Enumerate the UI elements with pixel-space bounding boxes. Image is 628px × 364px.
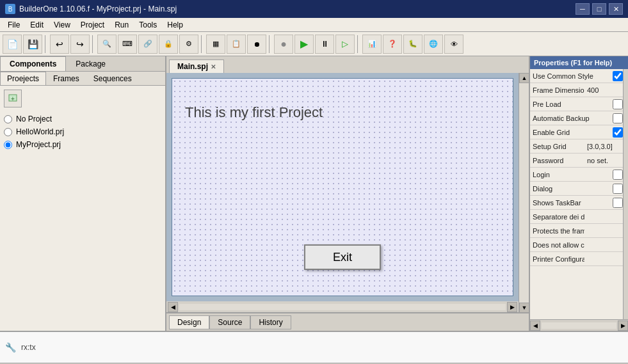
- menu-file[interactable]: File: [3, 19, 25, 31]
- toolbar-browse[interactable]: 🔍: [97, 35, 117, 54]
- prop-checkbox-pre-load[interactable]: [613, 99, 623, 109]
- project-no-project[interactable]: No Project: [4, 113, 161, 125]
- prop-value-printer-config: [584, 258, 623, 260]
- toolbar-monitor[interactable]: 📊: [362, 35, 382, 54]
- radio-helloworld[interactable]: [4, 128, 12, 136]
- canvas-project-text: This is my first Project: [185, 104, 323, 121]
- toolbar-play[interactable]: ▶: [294, 35, 314, 54]
- toolbar-keyboard[interactable]: ⌨: [118, 35, 137, 54]
- left-panel-content: + No Project HelloWorld.prj MyProject.pr…: [0, 86, 165, 331]
- canvas-exit-button[interactable]: Exit: [304, 244, 381, 270]
- prop-scrollbar[interactable]: [623, 69, 628, 319]
- radio-myproject[interactable]: [4, 141, 12, 149]
- menu-view[interactable]: View: [49, 19, 76, 31]
- toolbar-step[interactable]: ▷: [335, 35, 355, 54]
- canvas-inner[interactable]: This is my first Project Exit: [172, 78, 513, 296]
- vscroll-track[interactable]: [519, 83, 529, 303]
- prop-checkbox-dialog[interactable]: [613, 184, 623, 194]
- prop-checkbox-use-common-style[interactable]: [613, 71, 623, 81]
- menu-help[interactable]: Help: [162, 19, 188, 31]
- menu-tools[interactable]: Tools: [134, 19, 162, 31]
- canvas-wrapper[interactable]: This is my first Project Exit: [166, 73, 519, 301]
- prop-checkbox-shows-taskbar[interactable]: [613, 198, 623, 208]
- toolbar-page[interactable]: 📋: [227, 35, 246, 54]
- prop-label-enable-grid: Enable Grid: [530, 128, 613, 137]
- prop-checkbox-enable-grid[interactable]: [613, 127, 623, 138]
- prop-shows-taskbar: Shows TaskBar: [530, 196, 623, 210]
- prop-label-dialog: Dialog: [530, 184, 613, 193]
- editor-tab-main[interactable]: Main.spj ✕: [169, 59, 224, 73]
- prop-use-common-style: Use Common Style: [530, 69, 623, 83]
- toolbar-new[interactable]: 📄: [3, 35, 22, 54]
- prop-pre-load: Pre Load: [530, 97, 623, 111]
- toolbar-settings[interactable]: ⚙: [179, 35, 198, 54]
- main-layout: Components Package Proejects Frames Sequ…: [0, 56, 628, 331]
- toolbar-table[interactable]: ▦: [206, 35, 225, 54]
- toolbar-connect[interactable]: 🔗: [138, 35, 157, 54]
- editor-tab-bar: Main.spj ✕: [166, 56, 529, 73]
- subtab-projects[interactable]: Proejects: [0, 72, 46, 85]
- add-project-button[interactable]: +: [4, 90, 22, 107]
- prop-value-does-not-allow: [584, 244, 623, 246]
- properties-list: Use Common Style Frame Dimension 400 Pre…: [530, 69, 623, 319]
- tab-design[interactable]: Design: [169, 315, 209, 329]
- tab-source[interactable]: Source: [209, 315, 250, 329]
- prop-label-does-not-allow: Does not allow changes: [530, 241, 584, 249]
- toolbar-undo[interactable]: ↩: [50, 35, 69, 54]
- close-button[interactable]: ✕: [609, 3, 623, 15]
- right-scroll-left[interactable]: ◀: [530, 320, 540, 331]
- menu-run[interactable]: Run: [109, 19, 134, 31]
- console-area: 🔧 rx:tx: [0, 331, 628, 363]
- center-bottom-tabs: Design Source History: [166, 313, 529, 331]
- tab-components[interactable]: Components: [0, 56, 66, 71]
- panel-tabs: Components Package: [0, 56, 165, 72]
- project-helloworld[interactable]: HelloWorld.prj: [4, 125, 161, 138]
- maximize-button[interactable]: □: [592, 3, 606, 15]
- toolbar-debug[interactable]: 🐛: [403, 35, 423, 54]
- right-scroll-track[interactable]: [542, 322, 616, 329]
- tab-package[interactable]: Package: [66, 56, 115, 71]
- vscroll-up[interactable]: ▲: [519, 73, 529, 83]
- console-icon: 🔧: [5, 342, 16, 352]
- right-panel: Properties (F1 for Help) Use Common Styl…: [529, 56, 628, 331]
- prop-enable-grid: Enable Grid: [530, 125, 623, 139]
- scroll-left[interactable]: ◀: [168, 302, 178, 312]
- prop-checkbox-login[interactable]: [613, 170, 623, 180]
- tab-history[interactable]: History: [250, 315, 291, 329]
- right-panel-inner: Use Common Style Frame Dimension 400 Pre…: [530, 69, 628, 319]
- editor-tab-label: Main.spj: [177, 62, 208, 71]
- prop-checkbox-automatic-backup[interactable]: [613, 113, 623, 123]
- toolbar-redo[interactable]: ↪: [70, 35, 90, 54]
- prop-label-separatore: Separatore dei decima: [530, 212, 584, 221]
- toolbar-eye[interactable]: 👁: [444, 35, 463, 54]
- prop-separatore: Separatore dei decima: [530, 210, 623, 224]
- scroll-arrow-bar: ◀ ▶: [166, 301, 519, 313]
- add-icon: +: [8, 93, 18, 104]
- prop-login: Login: [530, 168, 623, 182]
- subtab-sequences[interactable]: Sequences: [86, 72, 139, 85]
- prop-label-setup-grid: Setup Grid: [530, 142, 584, 151]
- prop-label-protects-frame: Protects the frame fron: [530, 226, 584, 235]
- toolbar-record[interactable]: ⏺: [247, 35, 266, 54]
- toolbar-lock[interactable]: 🔒: [159, 35, 178, 54]
- toolbar-help-btn[interactable]: ❓: [383, 35, 402, 54]
- vscroll-down[interactable]: ▼: [519, 303, 529, 313]
- prop-label-automatic-backup: Automatic Backup: [530, 114, 613, 123]
- menu-project[interactable]: Project: [76, 19, 109, 31]
- subtab-frames[interactable]: Frames: [46, 72, 86, 85]
- right-scroll-right[interactable]: ▶: [618, 320, 628, 331]
- menu-edit[interactable]: Edit: [25, 19, 49, 31]
- toolbar-stop[interactable]: ●: [274, 35, 293, 54]
- radio-no-project[interactable]: [4, 115, 12, 123]
- project-myproject[interactable]: MyProject.prj: [4, 138, 161, 151]
- editor-tab-close[interactable]: ✕: [211, 63, 216, 70]
- prop-label-shows-taskbar: Shows TaskBar: [530, 198, 613, 207]
- prop-printer-config: Printer Configuration: [530, 252, 623, 266]
- prop-label-login: Login: [530, 170, 613, 179]
- minimize-button[interactable]: ─: [576, 3, 590, 15]
- toolbar-pause[interactable]: ⏸: [315, 35, 334, 54]
- scroll-right[interactable]: ▶: [507, 302, 517, 312]
- prop-value-protects-frame: [584, 230, 623, 232]
- toolbar-network[interactable]: 🌐: [424, 35, 443, 54]
- toolbar-open[interactable]: 💾: [23, 35, 42, 54]
